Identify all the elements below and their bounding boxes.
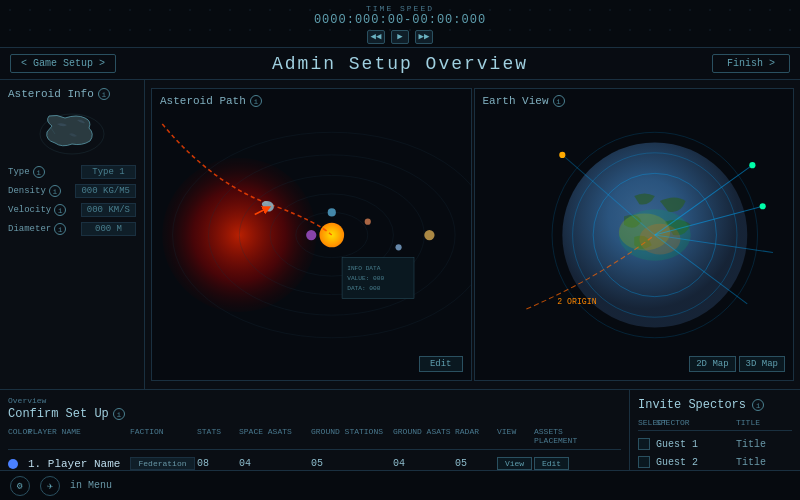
play-button[interactable]: ▶	[391, 30, 409, 44]
player-stats-cell: 08	[197, 458, 237, 469]
select-header: SELECT	[638, 418, 656, 427]
overview-label: Overview	[8, 396, 621, 405]
asset-placement-header: ASSETS PLACEMENT	[534, 427, 569, 445]
finish-button[interactable]: Finish >	[712, 54, 790, 73]
confirm-setup-title: Confirm Set Up i	[8, 407, 621, 421]
diameter-info-icon: i	[54, 223, 66, 235]
density-info-icon: i	[49, 185, 61, 197]
asteroid-path-panel: Asteroid Path i	[151, 88, 472, 381]
earth-view-panel: Earth View i	[474, 88, 795, 381]
svg-point-31	[749, 162, 755, 168]
player-name-cell: 1. Player Name	[28, 458, 128, 470]
invite-info-icon: i	[752, 399, 764, 411]
asteroid-info-title: Asteroid Info i	[8, 88, 136, 100]
spectator-table-header: SELECT SPECTOR TITLE	[638, 418, 792, 431]
main-content: Asteroid Info i Type i Type 1 Density	[0, 80, 800, 390]
type-value: Type 1	[81, 165, 136, 179]
density-value: 000 KG/M5	[75, 184, 136, 198]
top-bar: TIME SPEED 0000:000:00-00:00:000 ◀◀ ▶ ▶▶	[0, 0, 800, 48]
view-header: VIEW	[497, 427, 532, 445]
status-text: in Menu	[70, 480, 112, 491]
svg-point-9	[328, 208, 336, 216]
svg-point-10	[306, 230, 316, 240]
nav-bar: < Game Setup > Admin Setup Overview Fini…	[0, 48, 800, 80]
player-radar-cell: 05	[455, 458, 495, 469]
velocity-value: 000 KM/S	[81, 203, 136, 217]
radar-header: RADAR	[455, 427, 495, 445]
player-ground-stations-cell: 05	[311, 458, 391, 469]
time-display: 0000:000:00-00:00:000	[314, 13, 486, 27]
stats-header: STATS	[197, 427, 237, 445]
color-header: COLOR	[8, 427, 26, 445]
spectator-name: Guest 1	[656, 439, 736, 450]
type-info-icon: i	[33, 166, 45, 178]
player-name-header: PLAYER NAME	[28, 427, 128, 445]
asteroid-image	[27, 106, 117, 161]
settings-icon[interactable]: ⚙	[10, 476, 30, 496]
svg-point-32	[759, 203, 765, 209]
player-edit-button[interactable]: Edit	[534, 457, 569, 470]
spectator-row: Guest 2 Title	[638, 453, 792, 471]
forward-button[interactable]: ▶▶	[415, 30, 433, 44]
player-faction-cell: Federation	[130, 457, 195, 470]
3d-map-button[interactable]: 3D Map	[739, 356, 785, 372]
2d-map-button[interactable]: 2D Map	[689, 356, 735, 372]
time-speed-label: TIME SPEED	[366, 4, 434, 13]
player-space-assets-cell: 04	[239, 458, 309, 469]
spectator-row: Guest 1 Title	[638, 435, 792, 453]
earth-view-title: Earth View i	[483, 95, 565, 107]
asteroid-info-icon: i	[98, 88, 110, 100]
map-buttons: 2D Map 3D Map	[689, 356, 785, 372]
type-row: Type i Type 1	[8, 165, 136, 179]
ground-assets-header: GROUND ASATS	[393, 427, 453, 445]
svg-point-8	[319, 223, 344, 248]
asteroid-path-info-icon: i	[250, 95, 262, 107]
status-bar: ⚙ ✈ in Menu	[0, 470, 800, 500]
svg-text:INFO DATA: INFO DATA	[347, 265, 381, 272]
space-assets-header: SPACE ASATS	[239, 427, 309, 445]
ship-icon[interactable]: ✈	[40, 476, 60, 496]
center-panels: Asteroid Path i	[145, 80, 800, 389]
svg-point-13	[424, 230, 434, 240]
density-row: Density i 000 KG/M5	[8, 184, 136, 198]
svg-text:2 ORIGIN: 2 ORIGIN	[557, 297, 596, 306]
svg-point-12	[395, 244, 401, 250]
asteroid-path-edit-button[interactable]: Edit	[419, 356, 463, 372]
svg-point-33	[559, 152, 565, 158]
player-ground-assets-cell: 04	[393, 458, 453, 469]
svg-text:VALUE: 000: VALUE: 000	[347, 275, 384, 282]
time-controls: ◀◀ ▶ ▶▶	[367, 30, 433, 44]
table-header: COLOR PLAYER NAME FACTION STATS SPACE AS…	[8, 427, 621, 450]
asteroid-path-title: Asteroid Path i	[160, 95, 262, 107]
invite-spectators-title: Invite Spectors i	[638, 398, 792, 412]
svg-point-11	[365, 219, 371, 225]
velocity-row: Velocity i 000 KM/S	[8, 203, 136, 217]
spectator-title: Title	[736, 439, 786, 450]
confirm-setup-info-icon: i	[113, 408, 125, 420]
diameter-value: 000 M	[81, 222, 136, 236]
spectator-checkbox[interactable]	[638, 438, 656, 450]
svg-text:DATA: 000: DATA: 000	[347, 285, 381, 292]
faction-header: FACTION	[130, 427, 195, 445]
game-setup-button[interactable]: < Game Setup >	[10, 54, 116, 73]
title-header: TITLE	[736, 418, 786, 427]
diameter-row: Diameter i 000 M	[8, 222, 136, 236]
rewind-button[interactable]: ◀◀	[367, 30, 385, 44]
spectator-name: Guest 2	[656, 457, 736, 468]
spector-header: SPECTOR	[656, 418, 736, 427]
ground-stations-header: GROUND STATIONS	[311, 427, 391, 445]
earth-view-info-icon: i	[553, 95, 565, 107]
velocity-info-icon: i	[54, 204, 66, 216]
asteroid-info-panel: Asteroid Info i Type i Type 1 Density	[0, 80, 145, 389]
player-color-dot	[8, 459, 26, 469]
player-view-button[interactable]: View	[497, 457, 532, 470]
page-title: Admin Setup Overview	[272, 54, 528, 74]
spectator-title: Title	[736, 457, 786, 468]
spectator-checkbox[interactable]	[638, 456, 656, 468]
